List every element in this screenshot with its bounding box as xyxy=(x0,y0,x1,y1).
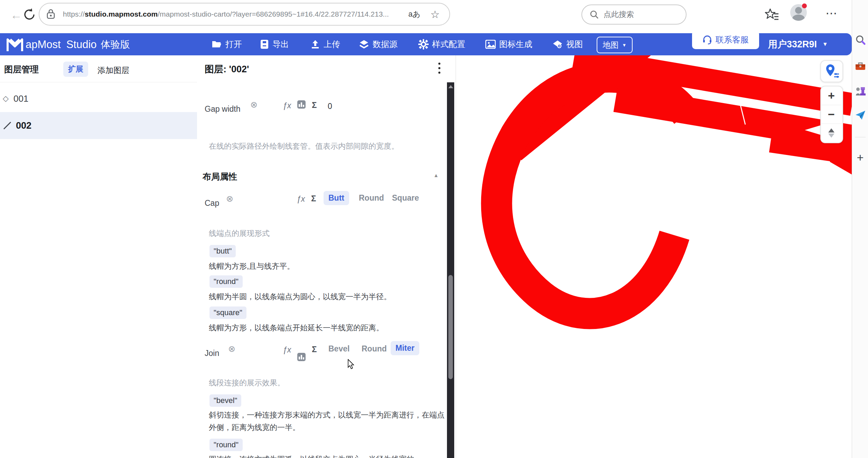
cap-def-term: "round" xyxy=(209,275,243,288)
cap-def-term: "butt" xyxy=(209,245,236,257)
map-canvas[interactable]: + − xyxy=(456,55,852,458)
nav-item-style-config[interactable]: 样式配置 xyxy=(418,33,465,55)
gear-icon xyxy=(418,39,429,49)
layout-section-title: 布局属性 xyxy=(203,171,237,182)
clear-icon[interactable]: ⊗ xyxy=(250,100,258,110)
sidebar-toolbox-icon[interactable] xyxy=(852,61,868,71)
sidebar-games-icon[interactable] xyxy=(852,86,868,97)
sidebar-search-icon[interactable] xyxy=(852,35,868,45)
cap-def-text: 线帽为方形，以线条端点开始延长一半线宽的距离。 xyxy=(209,322,384,334)
scrollbar-thumb[interactable] xyxy=(448,275,453,379)
kebab-menu-icon[interactable] xyxy=(438,60,440,76)
join-label: Join xyxy=(205,349,219,358)
nav-item-export[interactable]: 导出 xyxy=(260,33,289,55)
cap-desc: 线端点的展现形式 xyxy=(209,228,270,239)
layer-panel-title: 图层管理 xyxy=(4,64,39,75)
image-icon xyxy=(485,40,496,49)
pitch-up-icon xyxy=(828,128,834,132)
polygon-layer-icon: ◇ xyxy=(3,94,9,103)
clear-icon[interactable]: ⊗ xyxy=(228,344,235,354)
fx-expression-icon[interactable]: ƒx xyxy=(297,194,305,204)
add-layer-button[interactable]: 添加图层 xyxy=(97,65,129,76)
join-option-bevel[interactable]: Bevel xyxy=(324,342,354,356)
headset-icon xyxy=(702,35,712,45)
cap-def-text: 线帽为方形,且与线齐平。 xyxy=(209,260,295,273)
join-option-miter[interactable]: Miter xyxy=(391,341,419,355)
refresh-icon[interactable] xyxy=(23,8,36,21)
divider xyxy=(855,137,866,137)
nav-item-view[interactable]: 视图 xyxy=(552,33,583,55)
logo-text: apMost xyxy=(26,38,61,51)
inspector-title: 图层: '002' xyxy=(205,63,249,75)
sidebar-send-icon[interactable] xyxy=(852,110,868,120)
cap-def-text: 线帽为半圆，以线条端点为圆心，以线宽一半为半径。 xyxy=(209,291,391,303)
address-bar[interactable]: https://studio.mapmost.com/mapmost-studi… xyxy=(39,3,450,26)
pitch-toggle-button[interactable] xyxy=(821,124,842,142)
mapmost-logo: apMost Studio 体验版 xyxy=(6,37,130,53)
red-scribble-annotation xyxy=(456,55,852,458)
logo-badge: 体验版 xyxy=(101,38,130,51)
nav-item-upload[interactable]: 上传 xyxy=(310,33,340,55)
basemap-dropdown[interactable]: 地图 ▼ xyxy=(597,37,633,53)
gap-width-value[interactable]: 0 xyxy=(328,102,332,111)
user-menu[interactable]: 用户332R9I ▼ xyxy=(768,33,828,55)
export-icon xyxy=(260,39,269,49)
nav-item-open[interactable]: 打开 xyxy=(212,33,242,55)
locate-settings-button[interactable] xyxy=(820,60,843,82)
join-option-round[interactable]: Round xyxy=(357,342,392,356)
zoom-control: + − xyxy=(820,86,843,143)
search-placeholder: 点此搜索 xyxy=(604,9,634,20)
layer-name: 001 xyxy=(13,93,28,104)
favorite-star-icon[interactable]: ☆ xyxy=(430,8,440,20)
nav-item-datasource[interactable]: 数据源 xyxy=(359,33,398,55)
mouse-cursor xyxy=(347,359,356,369)
cap-option-round[interactable]: Round xyxy=(354,191,389,205)
line-layer-icon xyxy=(3,121,12,130)
sigma-icon[interactable]: Σ xyxy=(312,100,317,110)
app-root: ← https://studio.mapmost.com/mapmost-stu… xyxy=(0,0,868,458)
gap-width-label: Gap width xyxy=(205,104,241,114)
url-host: studio.mapmost.com xyxy=(85,10,158,18)
layer-row-001[interactable]: ◇ 001 xyxy=(0,85,197,112)
site-lock-icon[interactable] xyxy=(46,9,55,20)
sigma-icon[interactable]: Σ xyxy=(312,345,317,354)
pitch-down-icon xyxy=(828,134,834,138)
cap-option-butt[interactable]: Butt xyxy=(324,191,349,205)
upload-icon xyxy=(310,39,320,49)
cap-option-square[interactable]: Square xyxy=(387,191,424,205)
join-def-text: 圆连接，连接方式为圆弧，以线段交点为圆心，半径为线宽的一 xyxy=(209,453,454,458)
gap-width-desc: 在线的实际路径外绘制线套管。值表示内部间隙的宽度。 xyxy=(209,141,399,152)
zoom-out-button[interactable]: − xyxy=(821,105,842,124)
zoom-in-button[interactable]: + xyxy=(821,86,842,105)
join-def-term: "bevel" xyxy=(209,394,241,407)
favorites-hub-icon[interactable] xyxy=(765,8,779,22)
layer-row-002[interactable]: 002 xyxy=(0,112,197,139)
search-box[interactable]: 点此搜索 xyxy=(581,4,687,25)
chart-mode-icon[interactable] xyxy=(297,353,306,361)
divider xyxy=(0,82,197,82)
translate-icon[interactable]: aあ xyxy=(408,9,420,19)
sigma-icon[interactable]: Σ xyxy=(311,194,316,203)
url-text: https://studio.mapmost.com/mapmost-studi… xyxy=(63,10,389,18)
join-def-text: 斜切连接，一种连接方形末端的方式，以线宽一半为距离进行，在端点外侧，距离为线宽的… xyxy=(209,409,451,434)
fx-expression-icon[interactable]: ƒx xyxy=(283,345,291,355)
browser-toolbar: ← https://studio.mapmost.com/mapmost-stu… xyxy=(0,0,868,33)
layers-icon xyxy=(359,39,369,49)
app-navbar: apMost Studio 体验版 打开 导出 上传 数据源 样式配置 xyxy=(0,33,852,55)
scrollbar[interactable] xyxy=(447,82,454,458)
browser-menu-icon[interactable]: ⋯ xyxy=(825,6,838,20)
back-icon[interactable]: ← xyxy=(10,8,22,22)
fx-expression-icon[interactable]: ƒx xyxy=(283,101,291,110)
contact-support-button[interactable]: 联系客服 xyxy=(692,30,759,49)
sidebar-add-icon[interactable]: + xyxy=(852,151,868,164)
location-pin-icon xyxy=(821,61,842,82)
cap-label: Cap xyxy=(205,199,219,208)
clear-icon[interactable]: ⊗ xyxy=(226,194,233,204)
scroll-up-icon[interactable] xyxy=(448,85,453,88)
nav-item-icon-generate[interactable]: 图标生成 xyxy=(485,33,532,55)
join-def-term: "round" xyxy=(209,439,243,451)
chart-mode-icon[interactable] xyxy=(297,100,306,109)
collapse-icon[interactable]: ▲ xyxy=(433,172,439,178)
layer-panel: 图层管理 扩展 添加图层 ◇ 001 002 xyxy=(0,55,197,458)
expand-badge-button[interactable]: 扩展 xyxy=(63,62,88,77)
